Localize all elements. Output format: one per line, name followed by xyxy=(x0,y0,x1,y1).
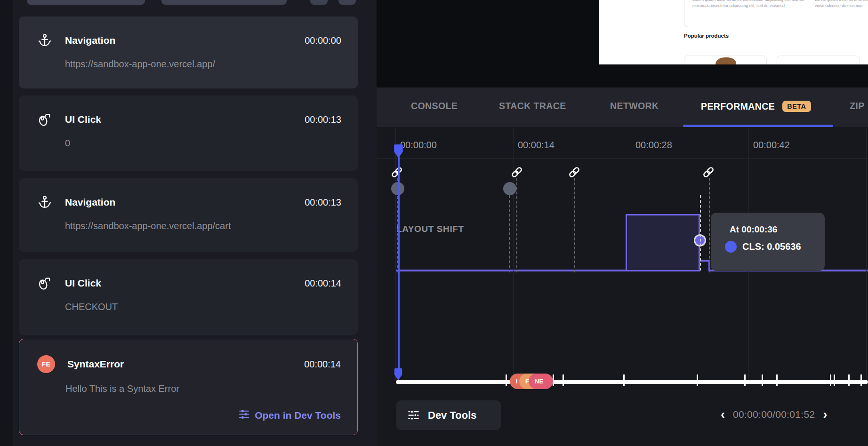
breadcrumb-timestamp: 00:00:14 xyxy=(304,359,341,370)
breadcrumb-detail: https://sandbox-app-one.vercel.app/cart xyxy=(65,221,341,231)
devtools-tab-bar: CONSOLESTACK TRACENETWORKPERFORMANCEBETA… xyxy=(377,88,868,127)
performance-chart: LAYOUT SHIFT At 00:00:36 CLS: 0.05636 xyxy=(377,127,868,446)
mouse-icon xyxy=(37,275,53,291)
dev-tools-button[interactable]: Dev Tools xyxy=(396,400,501,430)
anchor-icon xyxy=(37,32,53,48)
scrubber-event-tick xyxy=(762,374,763,386)
scrubber-event-tick xyxy=(860,374,862,386)
time-axis-label: 00:00:28 xyxy=(635,140,672,151)
scrubber-event-tick xyxy=(697,374,698,386)
tab-stack-trace[interactable]: STACK TRACE xyxy=(499,101,566,112)
time-axis-label: 00:00:14 xyxy=(518,140,555,151)
navigation-link-icon[interactable] xyxy=(510,165,524,179)
sliders-icon xyxy=(238,408,250,422)
navigation-link-icon[interactable] xyxy=(567,165,581,179)
previous-icon[interactable]: ‹ xyxy=(721,407,725,422)
open-in-dev-tools-link[interactable]: Open in Dev Tools xyxy=(238,408,341,422)
scrubber-event-tick xyxy=(776,374,778,386)
breadcrumb-card[interactable]: Navigation00:00:13https://sandbox-app-on… xyxy=(19,178,358,252)
playhead-line xyxy=(398,146,400,373)
event-dot-marker[interactable] xyxy=(503,182,516,195)
breadcrumb-title: UI Click xyxy=(65,278,292,289)
event-dot-marker[interactable] xyxy=(391,182,404,195)
tooltip-value: CLS: 0.05636 xyxy=(742,241,801,252)
toolbar-button-cutoff[interactable] xyxy=(338,0,356,5)
lorem-text: Lorem ipsum dolor sit amet, consectetur … xyxy=(692,0,806,27)
tab-zip[interactable]: ZIP xyxy=(850,101,865,112)
panel-gutter xyxy=(0,0,13,446)
scrubber-event-tick xyxy=(830,374,831,386)
anchor-icon xyxy=(37,194,53,210)
lorem-card: Lorem ipsum dolor sit amet, consectetur … xyxy=(684,0,868,27)
breadcrumb-timestamp: 00:00:14 xyxy=(305,278,341,289)
timeline-scrubber[interactable] xyxy=(396,380,868,384)
chart-gridline-vertical xyxy=(866,128,867,381)
breadcrumb-title: Navigation xyxy=(65,197,292,208)
breadcrumb-card[interactable]: UI Click00:00:130 xyxy=(19,96,358,171)
scrubber-event-tick xyxy=(848,374,850,386)
search-input-cutoff[interactable] xyxy=(161,0,287,5)
tab-label: PERFORMANCE xyxy=(701,101,775,112)
chart-gridline-horizontal xyxy=(377,158,868,159)
transport-controls: ‹ 00:00:00/00:01:52 › xyxy=(721,407,827,422)
tab-label: ZIP xyxy=(850,101,865,112)
beta-badge: BETA xyxy=(782,101,811,112)
navigation-link-icon[interactable] xyxy=(390,165,404,179)
product-image xyxy=(715,57,736,64)
navigation-link-icon[interactable] xyxy=(701,165,715,179)
product-card xyxy=(777,56,860,64)
product-card xyxy=(684,56,767,64)
breadcrumb-card[interactable]: FESyntaxError00:00:14Hello This is a Syn… xyxy=(19,339,358,435)
tab-console[interactable]: CONSOLE xyxy=(411,101,458,112)
breadcrumb-title: SyntaxError xyxy=(67,358,292,370)
event-marker-dashed-line xyxy=(509,195,510,272)
scrubber-event-badge[interactable]: NE xyxy=(529,374,553,389)
dev-tools-label: Dev Tools xyxy=(428,409,477,422)
breadcrumb-timestamp: 00:00:00 xyxy=(305,35,341,46)
breadcrumb-detail: CHECKOUT xyxy=(65,302,341,312)
breadcrumb-detail: Hello This is a Syntax Error xyxy=(65,383,341,394)
breadcrumb-timestamp: 00:00:13 xyxy=(305,197,341,208)
breadcrumb-timestamp: 00:00:13 xyxy=(305,114,341,125)
sliders-icon xyxy=(407,409,420,422)
tab-network[interactable]: NETWORK xyxy=(610,101,659,112)
lorem-text: Lorem ipsum dolor sit ame elit, sed do e… xyxy=(815,0,868,27)
replayed-webpage: Lorem ipsum dolor sit amet, consectetur … xyxy=(599,0,868,64)
playhead-pin-top[interactable] xyxy=(393,144,404,159)
next-icon[interactable]: › xyxy=(823,407,827,422)
frontend-error-avatar: FE xyxy=(37,355,55,373)
cls-shift-region[interactable] xyxy=(626,214,700,271)
scrubber-event-tick xyxy=(563,374,564,386)
breadcrumb-card[interactable]: Navigation00:00:00https://sandbox-app-on… xyxy=(19,16,358,88)
mouse-icon xyxy=(37,112,53,127)
scrubber-event-tick xyxy=(506,374,507,386)
playhead-pin-bottom[interactable] xyxy=(394,367,403,381)
tooltip-time: At 00:00:36 xyxy=(730,224,825,235)
layout-shift-row-label: LAYOUT SHIFT xyxy=(396,224,464,234)
chart-gridline-vertical xyxy=(631,128,631,381)
tab-label: STACK TRACE xyxy=(499,101,566,112)
breadcrumb-detail: 0 xyxy=(65,138,341,149)
replay-stage: Lorem ipsum dolor sit amet, consectetur … xyxy=(377,0,868,88)
breadcrumb-title: UI Click xyxy=(65,114,292,125)
breadcrumbs-panel: Navigation00:00:00https://sandbox-app-on… xyxy=(0,0,377,446)
tab-performance[interactable]: PERFORMANCEBETA xyxy=(701,101,811,112)
time-axis-label: 00:00:00 xyxy=(400,140,437,151)
playback-position: 00:00:00/00:01:52 xyxy=(733,409,815,420)
event-marker-dashed-line xyxy=(709,178,710,272)
scrubber-event-tick xyxy=(623,374,625,386)
chart-gridline-horizontal xyxy=(377,187,868,187)
filter-input-cutoff[interactable] xyxy=(27,0,145,5)
cls-series-dot xyxy=(725,241,737,253)
session-replay-app: Navigation00:00:00https://sandbox-app-on… xyxy=(0,0,868,446)
cls-baseline xyxy=(395,270,626,271)
devtools-panel: Lorem ipsum dolor sit amet, consectetur … xyxy=(377,0,868,446)
open-in-dev-tools-label: Open in Dev Tools xyxy=(255,410,341,421)
hovered-event-dashed-line xyxy=(700,195,701,271)
breadcrumb-card[interactable]: UI Click00:00:14CHECKOUT xyxy=(19,259,358,335)
tab-label: CONSOLE xyxy=(411,101,458,112)
tab-label: NETWORK xyxy=(610,101,659,112)
time-axis-label: 00:00:42 xyxy=(753,140,790,151)
event-marker-dashed-line xyxy=(516,178,517,272)
toolbar-button-cutoff[interactable] xyxy=(310,0,328,5)
